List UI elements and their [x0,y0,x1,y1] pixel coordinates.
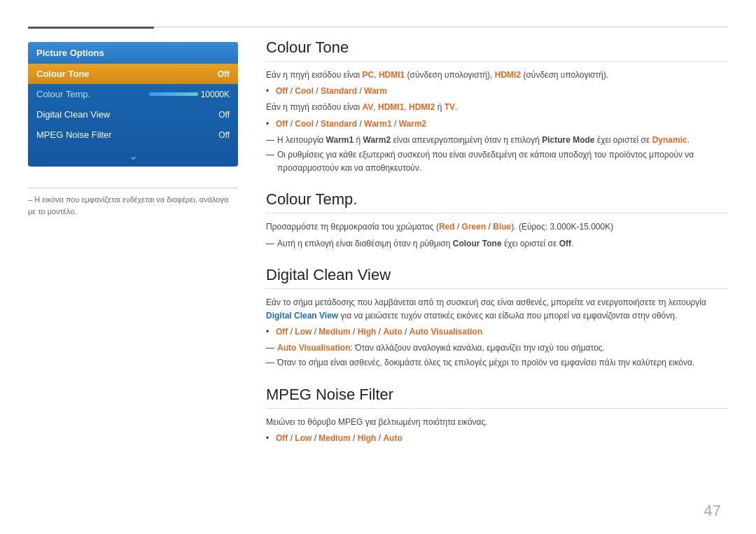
digital-clean-view-body: Εάν το σήμα μετάδοσης που λαμβάνεται από… [266,296,728,370]
colour-temp-bar: 10000K [149,90,230,99]
mpeg-noise-filter-para1: Μειώνει το θόρυβο MPEG για βελτιωμένη πο… [266,416,728,429]
top-line-accent [28,27,154,29]
sidebar: Picture Options Colour Tone Off Colour T… [28,42,238,217]
digital-clean-view-dash1: Auto Visualisation: Όταν αλλάζουν αναλογ… [266,342,728,355]
mpeg-noise-filter-section-title: MPEG Noise Filter [266,386,728,409]
colour-tone-para1: Εάν η πηγή εισόδου είναι PC, HDMI1 (σύνδ… [266,69,728,82]
colour-tone-para2: Εάν η πηγή εισόδου είναι AV, HDMI1, HDMI… [266,101,728,114]
colour-tone-options2-list: Off / Cool / Standard / Warm1 / Warm2 [266,118,728,131]
digital-clean-view-value: Off [218,110,230,120]
colour-tone-options1-list: Off / Cool / Standard / Warm [266,85,728,98]
colour-temp-label: Colour Temp. [36,89,90,99]
colour-tone-label: Colour Tone [36,69,90,79]
colour-tone-section-title: Colour Tone [266,38,728,62]
colour-temp-dash-list: Αυτή η επιλογή είναι διαθέσιμη όταν η ρύ… [266,237,728,251]
digital-clean-view-dash2: Όταν το σήμα είναι ασθενές, δοκιμάστε όλ… [266,356,728,370]
menu-item-digital-clean-view[interactable]: Digital Clean View Off [28,104,238,125]
picture-options-box: Picture Options Colour Tone Off Colour T… [28,42,238,167]
mpeg-noise-filter-options-list: Off / Low / Medium / High / Auto [266,432,728,445]
page-number: 47 [704,502,721,520]
colour-tone-dash1: Η λειτουργία Warm1 ή Warm2 είναι απενεργ… [266,134,728,147]
chevron-down-icon: ⌄ [129,149,138,162]
colour-temp-value: 10000K [201,90,230,99]
colour-temp-section-title: Colour Temp. [266,190,728,213]
digital-clean-view-dash-list: Auto Visualisation: Όταν αλλάζουν αναλογ… [266,342,728,370]
colour-temp-dash1: Αυτή η επιλογή είναι διαθέσιμη όταν η ρύ… [266,237,728,251]
digital-clean-view-options-list: Off / Low / Medium / High / Auto / Auto … [266,325,728,339]
section-mpeg-noise-filter: MPEG Noise Filter Μειώνει το θόρυβο MPEG… [266,386,728,445]
mpeg-noise-filter-body: Μειώνει το θόρυβο MPEG για βελτιωμένη πο… [266,416,728,445]
chevron-row: ⌄ [28,145,238,167]
colour-temp-para1: Προσαρμόστε τη θερμοκρασία του χρώματος … [266,220,728,234]
menu-item-mpeg-noise-filter[interactable]: MPEG Noise Filter Off [28,125,238,145]
digital-clean-view-para1: Εάν το σήμα μετάδοσης που λαμβάνεται από… [266,296,728,323]
sidebar-note: – Η εικόνα που εμφανίζεται ενδέχεται να … [28,188,238,217]
digital-clean-view-options-item: Off / Low / Medium / High / Auto / Auto … [266,325,728,339]
section-colour-tone: Colour Tone Εάν η πηγή εισόδου είναι PC,… [266,38,728,175]
mpeg-noise-filter-options-item: Off / Low / Medium / High / Auto [266,432,728,445]
menu-item-colour-temp[interactable]: Colour Temp. 10000K [28,84,238,104]
mpeg-noise-filter-value: Off [218,130,230,140]
digital-clean-view-label: Digital Clean View [36,109,110,120]
colour-tone-value: Off [218,69,230,79]
colour-tone-dash-list: Η λειτουργία Warm1 ή Warm2 είναι απενεργ… [266,134,728,176]
menu-item-colour-tone[interactable]: Colour Tone Off [28,64,238,84]
colour-temp-body: Προσαρμόστε τη θερμοκρασία του χρώματος … [266,220,728,250]
colour-tone-dash2: Οι ρυθμίσεις για κάθε εξωτερική συσκευή … [266,148,728,175]
colour-tone-options2-item: Off / Cool / Standard / Warm1 / Warm2 [266,118,728,131]
digital-clean-view-section-title: Digital Clean View [266,266,728,289]
temp-bar-track [149,92,198,96]
section-digital-clean-view: Digital Clean View Εάν το σήμα μετάδοσης… [266,266,728,370]
mpeg-noise-filter-label: MPEG Noise Filter [36,129,112,140]
colour-tone-body: Εάν η πηγή εισόδου είναι PC, HDMI1 (σύνδ… [266,69,728,175]
colour-tone-options1-item: Off / Cool / Standard / Warm [266,85,728,98]
picture-options-title: Picture Options [28,42,238,64]
main-content: Colour Tone Εάν η πηγή εισόδου είναι PC,… [266,38,728,499]
section-colour-temp: Colour Temp. Προσαρμόστε τη θερμοκρασία … [266,190,728,250]
